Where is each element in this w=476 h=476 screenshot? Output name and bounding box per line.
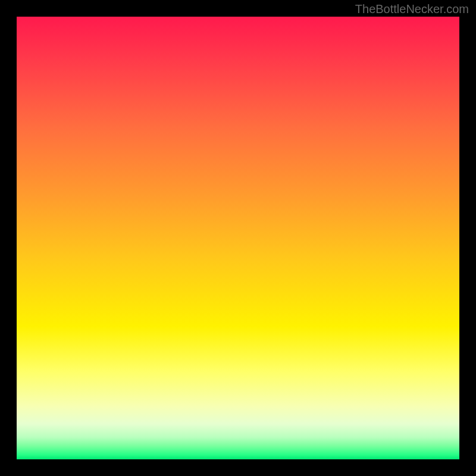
bottleneck-chart bbox=[17, 17, 459, 459]
heat-gradient-background bbox=[17, 17, 459, 459]
attribution-label: TheBottleNecker.com bbox=[355, 2, 469, 16]
